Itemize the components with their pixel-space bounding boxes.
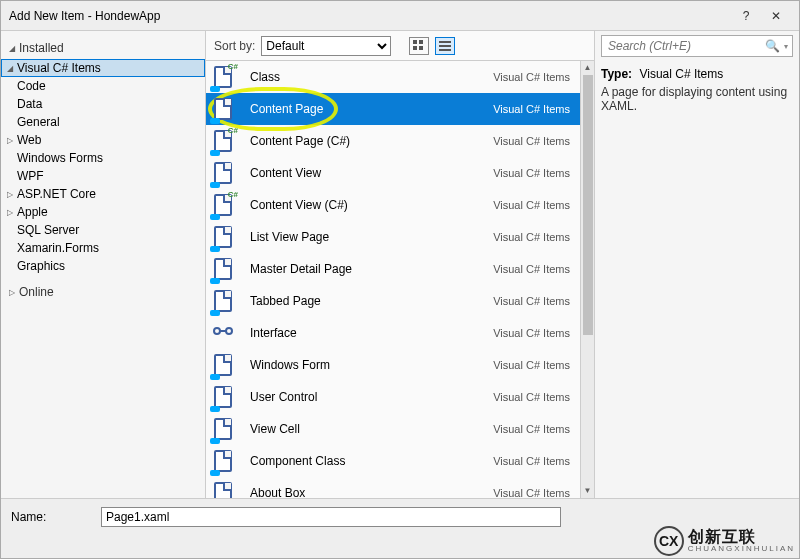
sort-by-label: Sort by: xyxy=(214,39,255,53)
name-input[interactable] xyxy=(101,507,561,527)
title-bar: Add New Item - HondewApp ? ✕ xyxy=(1,1,799,31)
template-category: Visual C# Items xyxy=(484,71,574,83)
tree-label: Visual C# Items xyxy=(17,61,101,75)
file-icon xyxy=(212,224,238,250)
tree-label: Online xyxy=(19,285,54,299)
template-item[interactable]: Component ClassVisual C# Items xyxy=(206,445,580,477)
template-item[interactable]: Master Detail PageVisual C# Items xyxy=(206,253,580,285)
template-name: Interface xyxy=(250,326,484,340)
template-item[interactable]: Tabbed PageVisual C# Items xyxy=(206,285,580,317)
file-icon xyxy=(212,288,238,314)
file-icon xyxy=(212,416,238,442)
main-area: ◢ Installed ◢ Visual C# Items CodeDataGe… xyxy=(1,31,799,498)
template-category: Visual C# Items xyxy=(484,295,574,307)
type-value: Visual C# Items xyxy=(639,67,723,81)
template-name: Class xyxy=(250,70,484,84)
tree-item-windows-forms[interactable]: Windows Forms xyxy=(1,149,205,167)
name-label: Name: xyxy=(11,507,91,524)
chevron-right-icon: ▷ xyxy=(5,208,15,217)
close-button[interactable]: ✕ xyxy=(761,9,791,23)
svg-rect-2 xyxy=(413,46,417,50)
search-input[interactable] xyxy=(602,37,765,55)
template-item[interactable]: Content PageVisual C# Items xyxy=(206,93,580,125)
tree-item-code[interactable]: Code xyxy=(1,77,205,95)
grid-icon xyxy=(413,40,425,52)
scroll-down-icon[interactable]: ▼ xyxy=(581,484,594,498)
template-item[interactable]: C#Content Page (C#)Visual C# Items xyxy=(206,125,580,157)
window-title: Add New Item - HondewApp xyxy=(9,9,731,23)
tree-item-asp-net-core[interactable]: ▷ASP.NET Core xyxy=(1,185,205,203)
tree-label: Data xyxy=(17,97,42,111)
search-icon[interactable]: 🔍 xyxy=(765,39,780,53)
tree-csharp-items[interactable]: ◢ Visual C# Items xyxy=(1,59,205,77)
tree-label: WPF xyxy=(17,169,44,183)
view-details[interactable] xyxy=(435,37,455,55)
tree-label: Xamarin.Forms xyxy=(17,241,99,255)
template-item[interactable]: Windows FormVisual C# Items xyxy=(206,349,580,381)
view-small-icons[interactable] xyxy=(409,37,429,55)
search-box[interactable]: 🔍 ▾ xyxy=(601,35,793,57)
template-category: Visual C# Items xyxy=(484,167,574,179)
template-name: Component Class xyxy=(250,454,484,468)
template-category: Visual C# Items xyxy=(484,487,574,498)
template-item[interactable]: C#Content View (C#)Visual C# Items xyxy=(206,189,580,221)
scroll-thumb[interactable] xyxy=(583,75,593,335)
tree-item-general[interactable]: General xyxy=(1,113,205,131)
template-category: Visual C# Items xyxy=(484,327,574,339)
scrollbar[interactable]: ▲ ▼ xyxy=(580,61,594,498)
template-item[interactable]: User ControlVisual C# Items xyxy=(206,381,580,413)
logo-text: 创新互联 xyxy=(688,529,795,545)
dropdown-icon[interactable]: ▾ xyxy=(780,42,792,51)
svg-rect-0 xyxy=(413,40,417,44)
template-category: Visual C# Items xyxy=(484,199,574,211)
template-item[interactable]: Content ViewVisual C# Items xyxy=(206,157,580,189)
category-tree: ◢ Installed ◢ Visual C# Items CodeDataGe… xyxy=(1,31,206,498)
scroll-up-icon[interactable]: ▲ xyxy=(581,61,594,75)
tree-item-apple[interactable]: ▷Apple xyxy=(1,203,205,221)
template-item[interactable]: C#ClassVisual C# Items xyxy=(206,61,580,93)
template-item[interactable]: View CellVisual C# Items xyxy=(206,413,580,445)
template-item[interactable]: InterfaceVisual C# Items xyxy=(206,317,580,349)
logo-subtext: CHUANGXINHULIAN xyxy=(688,545,795,553)
tree-label: Web xyxy=(17,133,41,147)
tree-label: Code xyxy=(17,79,46,93)
chevron-down-icon: ◢ xyxy=(5,64,15,73)
template-category: Visual C# Items xyxy=(484,263,574,275)
sort-by-select[interactable]: Default xyxy=(261,36,391,56)
toolbar: Sort by: Default xyxy=(206,31,594,61)
tree-item-web[interactable]: ▷Web xyxy=(1,131,205,149)
template-item[interactable]: List View PageVisual C# Items xyxy=(206,221,580,253)
tree-label: Graphics xyxy=(17,259,65,273)
template-category: Visual C# Items xyxy=(484,135,574,147)
tree-item-xamarin-forms[interactable]: Xamarin.Forms xyxy=(1,239,205,257)
tree-installed[interactable]: ◢ Installed xyxy=(1,39,205,59)
template-category: Visual C# Items xyxy=(484,391,574,403)
tree-graphics[interactable]: Graphics xyxy=(1,257,205,275)
tree-item-wpf[interactable]: WPF xyxy=(1,167,205,185)
details-pane: 🔍 ▾ Type: Visual C# Items A page for dis… xyxy=(594,31,799,498)
svg-rect-4 xyxy=(439,41,451,43)
template-category: Visual C# Items xyxy=(484,423,574,435)
tree-label: SQL Server xyxy=(17,223,79,237)
svg-rect-5 xyxy=(439,45,451,47)
template-name: User Control xyxy=(250,390,484,404)
chevron-right-icon: ▷ xyxy=(5,190,15,199)
file-icon: C# xyxy=(212,192,238,218)
logo-mark: CX xyxy=(654,526,684,556)
file-icon: C# xyxy=(212,128,238,154)
template-pane: Sort by: Default C#ClassVisual C# ItemsC… xyxy=(206,31,594,498)
file-icon xyxy=(212,384,238,410)
tree-label: Installed xyxy=(19,41,64,55)
file-icon xyxy=(212,160,238,186)
tree-item-data[interactable]: Data xyxy=(1,95,205,113)
template-name: Tabbed Page xyxy=(250,294,484,308)
file-icon xyxy=(212,96,238,122)
tree-item-sql-server[interactable]: SQL Server xyxy=(1,221,205,239)
template-name: Content View (C#) xyxy=(250,198,484,212)
template-list-wrap: C#ClassVisual C# ItemsContent PageVisual… xyxy=(206,61,594,498)
chevron-right-icon: ▷ xyxy=(5,136,15,145)
chevron-right-icon: ▷ xyxy=(9,288,19,297)
template-item[interactable]: About BoxVisual C# Items xyxy=(206,477,580,498)
tree-online[interactable]: ▷ Online xyxy=(1,283,205,303)
help-button[interactable]: ? xyxy=(731,9,761,23)
